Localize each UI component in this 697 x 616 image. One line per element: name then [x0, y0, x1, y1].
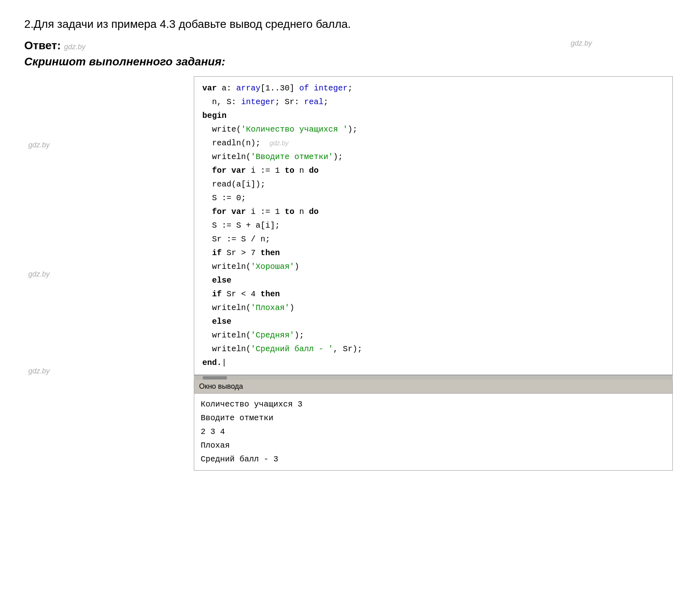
- output-line: Плохая: [201, 439, 666, 453]
- code-line: writeln('Плохая'): [202, 301, 664, 315]
- code-line: if Sr < 4 then: [202, 287, 664, 301]
- code-line: writeln('Вводите отметки');: [202, 150, 664, 164]
- code-line: Sr := S / n;: [202, 233, 664, 246]
- output-title: Окно вывода: [194, 380, 672, 394]
- output-panel: Окно вывода Количество учащихся 3Вводите…: [194, 380, 673, 471]
- watermark-left-2: gdz.by: [28, 270, 50, 279]
- code-line: n, S: integer; Sr: real;: [202, 95, 664, 109]
- code-line: write('Количество учащихся ');: [202, 123, 664, 136]
- answer-watermark: gdz.by: [64, 43, 86, 51]
- code-line: read(a[i]);: [202, 178, 664, 191]
- answer-label: Ответ:: [24, 39, 61, 52]
- watermark-left-3: gdz.by: [28, 367, 50, 375]
- code-line: begin: [202, 109, 664, 123]
- code-line: end.|: [202, 356, 664, 370]
- code-line: var a: array[1..30] of integer;: [202, 82, 664, 95]
- output-line: 2 3 4: [201, 425, 666, 439]
- code-line: if Sr > 7 then: [202, 246, 664, 260]
- screenshot-label: Скриншот выполненного задания:: [24, 55, 673, 68]
- output-line: Вводите отметки: [201, 411, 666, 425]
- code-line: S := S + a[i];: [202, 219, 664, 233]
- output-line: Количество учащихся 3: [201, 398, 666, 411]
- code-line: for var i := 1 to n do: [202, 164, 664, 178]
- top-right-watermark: gdz.by: [571, 39, 592, 48]
- code-panel: var a: array[1..30] of integer; n, S: in…: [194, 76, 673, 375]
- output-content: Количество учащихся 3Вводите отметки2 3 …: [194, 394, 672, 470]
- code-line: else: [202, 274, 664, 287]
- code-line: writeln('Средний балл - ', Sr);: [202, 342, 664, 356]
- code-line: for var i := 1 to n do: [202, 205, 664, 219]
- code-line: else: [202, 315, 664, 329]
- code-line: writeln('Хорошая'): [202, 260, 664, 274]
- code-line: S := 0;: [202, 191, 664, 205]
- output-line: Средний балл - 3: [201, 453, 666, 466]
- code-line: readln(n); gdz.by: [202, 136, 664, 150]
- code-line: writeln('Средняя');: [202, 329, 664, 342]
- question-text: 2.Для задачи из примера 4.3 добавьте выв…: [24, 16, 673, 32]
- watermark-left-1: gdz.by: [28, 141, 50, 149]
